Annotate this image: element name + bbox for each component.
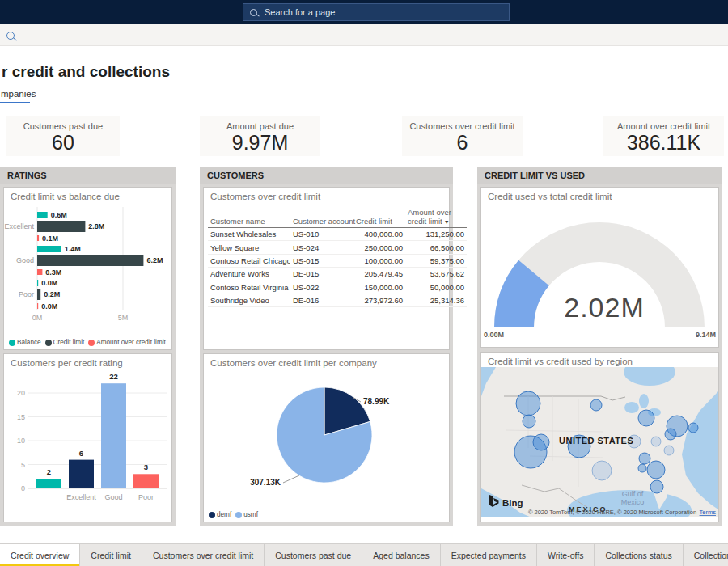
bing-map[interactable]: UNITED STATESGulf ofMexicoMEXICO© 2020 T… bbox=[481, 367, 718, 517]
bottom-tab[interactable]: Customers over credit limit bbox=[142, 544, 265, 566]
table-cell: 250,000.00 bbox=[353, 241, 405, 254]
companies-view-tab[interactable]: mpanies bbox=[1, 89, 36, 99]
bar-value-label: 1.4M bbox=[65, 245, 81, 253]
table-row[interactable]: Yellow SquareUS-024250,000.0066,500.00 bbox=[208, 241, 467, 254]
legend-item[interactable]: usmf bbox=[235, 511, 258, 518]
table-cell: Adventure Works bbox=[208, 268, 290, 281]
ratings-bar-chart[interactable]: 0M5MExcellent0.6M2.8M0.1MGood1.4M6.2M0.3… bbox=[4, 202, 171, 323]
column-header[interactable]: Customer name bbox=[208, 207, 290, 228]
bottom-tab[interactable]: Credit overview bbox=[0, 544, 80, 566]
bar-value-label: 22 bbox=[109, 372, 118, 381]
map-gulf-label: Gulf of bbox=[622, 490, 644, 498]
map-water bbox=[639, 394, 649, 408]
search-input[interactable] bbox=[263, 6, 502, 18]
map-bubble[interactable] bbox=[638, 410, 654, 426]
bar-segment[interactable] bbox=[37, 289, 40, 300]
category-label: Excellent bbox=[66, 493, 96, 501]
bar-segment[interactable] bbox=[37, 303, 38, 309]
map-bubble[interactable] bbox=[664, 446, 674, 455]
table-row[interactable]: Sunset WholesalesUS-010400,000.00131,250… bbox=[208, 228, 467, 241]
table-row[interactable]: Adventure WorksDE-015205,479.4553,675.62 bbox=[208, 268, 467, 281]
bottom-tab[interactable]: Aged balances bbox=[362, 544, 440, 566]
credit-gauge[interactable]: 2.02M0.00M9.14M bbox=[481, 202, 718, 341]
tile-credit-by-region-map: Credit limit vs credit used by region UN… bbox=[480, 352, 719, 522]
gauge-max-label: 9.14M bbox=[696, 331, 716, 339]
bar-segment[interactable] bbox=[37, 212, 48, 218]
map-bubble[interactable] bbox=[523, 415, 535, 428]
map-bubble[interactable] bbox=[533, 434, 549, 450]
legend-item[interactable]: Amount over credit limit bbox=[88, 339, 166, 346]
chart-title: Credit limit vs balance due bbox=[4, 188, 171, 202]
legend-item[interactable]: Credit limit bbox=[45, 339, 85, 346]
kpi-amount-over-credit-limit[interactable]: Amount over credit limit 386.11K bbox=[603, 116, 724, 156]
table-cell: 25,314.36 bbox=[405, 294, 467, 306]
bottom-tab[interactable]: Write-offs bbox=[537, 544, 595, 566]
axis-tick-label: 0M bbox=[32, 314, 43, 322]
map-bubble[interactable] bbox=[651, 437, 661, 446]
pie-data-label: 78.99K bbox=[363, 397, 390, 406]
map-bubble[interactable] bbox=[647, 461, 665, 479]
bar[interactable] bbox=[101, 383, 126, 488]
bottom-tab[interactable]: Customers past due bbox=[265, 544, 362, 566]
customers-table[interactable]: Customer nameCustomer accountCredit limi… bbox=[208, 207, 467, 307]
bar-segment[interactable] bbox=[37, 221, 85, 232]
map-terms-link[interactable]: Terms bbox=[700, 509, 717, 516]
map-bubble[interactable] bbox=[592, 461, 612, 480]
panel-customers: CUSTOMERS Customers over credit limit Cu… bbox=[200, 167, 453, 526]
kpi-amount-past-due[interactable]: Amount past due 9.97M bbox=[200, 116, 320, 156]
legend-dot bbox=[209, 512, 215, 518]
table-cell: DE-016 bbox=[290, 294, 353, 306]
table-row[interactable]: Contoso Retail VirginiaUS-022150,000.005… bbox=[208, 281, 467, 294]
sort-icon[interactable]: ▼ bbox=[442, 219, 450, 225]
bar-value-label: 0.2M bbox=[44, 290, 60, 298]
credit-rating-column-chart[interactable]: 0510152026Excellent22Good3Poor bbox=[4, 369, 171, 506]
panel-header: CUSTOMERS bbox=[200, 167, 453, 184]
map-bubble[interactable] bbox=[639, 453, 650, 464]
kpi-label: Amount over credit limit bbox=[603, 116, 724, 131]
table-cell: Sunset Wholesales bbox=[208, 228, 290, 241]
kpi-customers-over-credit-limit[interactable]: Customers over credit limit 6 bbox=[402, 116, 523, 156]
bottom-tab[interactable]: Credit limit bbox=[80, 544, 142, 566]
map-bubble[interactable] bbox=[665, 429, 676, 440]
bar-segment[interactable] bbox=[37, 255, 143, 266]
kpi-value: 9.97M bbox=[200, 131, 320, 154]
legend-item[interactable]: demf bbox=[209, 511, 231, 518]
bar-value-label: 6.2M bbox=[146, 256, 163, 264]
table-cell: 50,000.00 bbox=[405, 281, 467, 294]
bottom-tab[interactable]: Collection letters bbox=[684, 544, 728, 566]
bar[interactable] bbox=[133, 474, 159, 488]
kpi-label: Customers past due bbox=[6, 116, 120, 131]
bar-segment[interactable] bbox=[37, 280, 38, 286]
legend-label: Amount over credit limit bbox=[96, 339, 166, 346]
axis-tick-label: 0 bbox=[21, 484, 25, 492]
bar[interactable] bbox=[36, 479, 61, 488]
kpi-customers-past-due[interactable]: Customers past due 60 bbox=[6, 116, 120, 156]
bottom-tab[interactable]: Collections status bbox=[595, 544, 683, 566]
table-cell: US-015 bbox=[290, 254, 353, 267]
bar-segment[interactable] bbox=[37, 269, 42, 275]
page-search-box[interactable] bbox=[243, 3, 510, 21]
map-bubble[interactable] bbox=[516, 391, 540, 416]
view-tab-underline bbox=[0, 102, 30, 103]
table-title: Customers over credit limit bbox=[204, 188, 449, 202]
map-bubble[interactable] bbox=[688, 423, 698, 433]
column-header[interactable]: Amount over credit limit ▼ bbox=[405, 207, 467, 228]
bar[interactable] bbox=[69, 460, 94, 488]
column-header[interactable]: Credit limit bbox=[353, 207, 405, 228]
bottom-tab[interactable]: Expected payments bbox=[441, 544, 537, 566]
map-bubble[interactable] bbox=[638, 464, 646, 472]
table-row[interactable]: Southridge VideoDE-016273,972.6025,314.3… bbox=[208, 294, 467, 306]
table-row[interactable]: Contoso Retail ChicagoUS-015100,000.0059… bbox=[208, 254, 467, 267]
map-bubble[interactable] bbox=[590, 399, 602, 411]
column-header[interactable]: Customer account bbox=[290, 207, 353, 228]
bar-segment[interactable] bbox=[37, 235, 39, 241]
filter-search-icon[interactable] bbox=[6, 32, 15, 40]
category-label: Good bbox=[16, 256, 34, 264]
axis-tick-label: 10 bbox=[17, 437, 25, 445]
legend-item[interactable]: Balance bbox=[9, 339, 41, 346]
bar-segment[interactable] bbox=[37, 246, 61, 252]
table-cell: Southridge Video bbox=[208, 294, 290, 306]
company-pie-chart[interactable]: 78.99K307.13K bbox=[204, 369, 449, 493]
map-bubble[interactable] bbox=[650, 480, 663, 493]
tile-customers-over-credit-limit-per-company: Customers over credit limit per company … bbox=[203, 353, 450, 522]
